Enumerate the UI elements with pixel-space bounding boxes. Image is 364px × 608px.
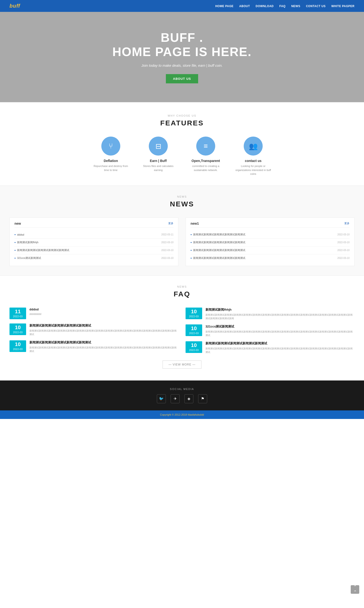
nav-link-contact-us[interactable]: CONTACT US [306, 4, 325, 8]
hero-cta-button[interactable]: ABOUT US [166, 74, 198, 83]
faq-date-box-0-2: 10 2022-03 [10, 340, 26, 352]
faq-card-desc-1-1: 新闻测试新闻测试新闻测试新闻测试新闻测试新闻测试新闻测试新闻测试新闻测试新闻测试… [206, 330, 354, 337]
nav-link-white-paper[interactable]: WHITE PAGPER [331, 4, 354, 8]
news-dot-0-0: • [14, 233, 16, 237]
nav-link-home-page[interactable]: HOME PAGE [215, 4, 234, 8]
faq-card-0-2[interactable]: 10 2022-03 新闻测试新闻测试新闻测试新闻测试新闻测试 新闻测试新闻测试… [10, 340, 178, 353]
news-item-1-1[interactable]: • 新闻测试新闻测试新闻测试新闻测试新闻测试 2022-03-10 [191, 239, 350, 246]
faq-card-0-0[interactable]: 11 2022-03 dddsd ddddddddd [10, 308, 178, 319]
hero-line1: BUFF . [161, 31, 203, 44]
news-item-1-3[interactable]: • 新闻测试新闻测试新闻测试新闻测试新闻测试 2022-03-10 [191, 254, 350, 262]
discord-icon[interactable]: ◈ [184, 394, 193, 403]
view-more-row: — VIEW MORE — [10, 361, 354, 369]
faq-card-1-1[interactable]: 10 2022-03 321ccs测试新闻测试 新闻测试新闻测试新闻测试新闻测试… [186, 324, 354, 337]
social-footer: SOCIAL MEDIA 🐦 ✈ ◈ ⚑ [0, 380, 364, 410]
hero-line2: HOME PAGE IS HERE. [113, 45, 252, 59]
twitter-icon[interactable]: 🐦 [157, 394, 166, 403]
feature-name-2: Open,Transparent [192, 159, 220, 163]
faq-content-1-0: 新闻测试新闻fhhjh 新闻测试新闻测试新闻测试新闻测试新闻测试新闻测试新闻测试… [206, 308, 354, 320]
faq-card-1-2[interactable]: 10 2022-03 新闻测试新闻测试新闻测试新闻测试新闻测试 新闻测试新闻测试… [186, 341, 354, 354]
nav-link-download[interactable]: DOWNLOAD [256, 4, 273, 8]
news-item-0-2[interactable]: • 新闻测试新闻测试新闻测试新闻测试新闻测试 2022-03-10 [14, 246, 173, 254]
faq-month-0-1: 2022-03 [12, 331, 24, 334]
faq-month-1-2: 2022-03 [188, 349, 200, 351]
faq-grid: 11 2022-03 dddsd ddddddddd 10 2022-03 新闻… [10, 308, 354, 354]
faq-month-1-0: 2022-03 [188, 315, 200, 318]
faq-content-0-0: dddsd ddddddddd [29, 308, 178, 316]
feature-desc-2: committed to creating a sustainable netw… [187, 164, 225, 172]
news-item-text-0-0: dddsd [17, 233, 24, 236]
faq-day-0-0: 11 [12, 309, 24, 314]
news-item-text-0-1: 新闻测试新闻fhhjh [17, 241, 39, 244]
feature-icon-1: ⊟ [149, 136, 168, 156]
news-dot-0-2: • [14, 248, 16, 252]
nav-logo[interactable]: buff [10, 3, 20, 9]
faq-card-1-0[interactable]: 10 2022-03 新闻测试新闻fhhjh 新闻测试新闻测试新闻测试新闻测试新… [186, 308, 354, 320]
hero-subtitle: Join today to make deals, store file, ea… [142, 63, 222, 68]
news-item-1-0[interactable]: • 新闻测试新闻测试新闻测试新闻测试新闻测试 2022-03-10 [191, 231, 350, 239]
features-grid: ⑂ Deflation Repurchase and destroy from … [10, 136, 354, 176]
hero-section: BUFF . HOME PAGE IS HERE. Join today to … [0, 12, 364, 102]
faq-day-0-2: 10 [12, 342, 24, 347]
faq-col-0: 11 2022-03 dddsd ddddddddd 10 2022-03 新闻… [10, 308, 178, 354]
news-item-0-3[interactable]: • 321ccs测试新闻测试 2022-03-10 [14, 254, 173, 262]
view-more-button[interactable]: — VIEW MORE — [163, 361, 201, 369]
news-dot-1-2: • [191, 248, 192, 252]
news-item-text-1-3: 新闻测试新闻测试新闻测试新闻测试新闻测试 [193, 256, 245, 260]
faq-month-0-0: 2022-03 [12, 315, 24, 318]
features-title: FEATURES [10, 119, 354, 127]
faq-content-0-1: 新闻测试新闻测试新闻测试新闻测试新闻测试 新闻测试新闻测试新闻测试新闻测试新闻测… [29, 324, 178, 336]
faq-card-desc-0-2: 新闻测试新闻测试新闻测试新闻测试新闻测试新闻测试新闻测试新闻测试新闻测试新闻测试… [29, 346, 178, 353]
nav-link-about[interactable]: ABOUT [239, 4, 250, 8]
news-col-0: new 更多 • dddsd 2022-03-11 • 新闻测试新闻fhhjh … [10, 217, 178, 266]
nav-link-faq[interactable]: FAQ [279, 4, 286, 8]
faq-card-desc-0-0: ddddddddd [29, 312, 178, 316]
faq-sub: NEWS [10, 285, 354, 288]
faq-date-box-1-1: 10 2022-03 [186, 324, 202, 336]
faq-month-1-1: 2022-03 [188, 332, 200, 335]
news-dot-1-3: • [191, 256, 192, 260]
feature-desc-0: Repurchase and destroy from time to time [92, 164, 130, 172]
hero-heading: BUFF . HOME PAGE IS HERE. [113, 31, 252, 59]
faq-date-box-1-2: 10 2022-03 [186, 341, 202, 353]
news-item-1-2[interactable]: • 新闻测试新闻测试新闻测试新闻测试新闻测试 2022-03-10 [191, 246, 350, 254]
faq-date-box-1-0: 10 2022-03 [186, 308, 202, 319]
faq-card-title-1-1: 321ccs测试新闻测试 [206, 324, 354, 329]
news-item-date-0-1: 2022-03-10 [161, 241, 173, 244]
faq-col-1: 10 2022-03 新闻测试新闻fhhjh 新闻测试新闻测试新闻测试新闻测试新… [186, 308, 354, 354]
nav-links: HOME PAGEABOUTDOWNLOADFAQNEWSCONTACT USW… [215, 4, 354, 8]
faq-content-1-1: 321ccs测试新闻测试 新闻测试新闻测试新闻测试新闻测试新闻测试新闻测试新闻测… [206, 324, 354, 337]
feature-name-1: Earn | Buff [150, 159, 167, 163]
news-dot-0-3: • [14, 256, 16, 260]
feature-icon-0: ⑂ [101, 136, 120, 156]
faq-card-title-0-1: 新闻测试新闻测试新闻测试新闻测试新闻测试 [29, 324, 178, 328]
nav-link-news[interactable]: NEWS [291, 4, 300, 8]
faq-content-1-2: 新闻测试新闻测试新闻测试新闻测试新闻测试 新闻测试新闻测试新闻测试新闻测试新闻测… [206, 341, 354, 354]
news-item-text-1-1: 新闻测试新闻测试新闻测试新闻测试新闻测试 [193, 241, 245, 244]
news-item-date-0-3: 2022-03-10 [161, 257, 173, 259]
github-icon[interactable]: ⚑ [198, 394, 207, 403]
faq-card-0-1[interactable]: 10 2022-03 新闻测试新闻测试新闻测试新闻测试新闻测试 新闻测试新闻测试… [10, 324, 178, 336]
news-item-date-1-3: 2022-03-10 [338, 257, 350, 259]
feature-desc-1: Stores files and calculates earning [139, 164, 177, 172]
news-dot-1-0: • [191, 233, 192, 237]
news-item-0-1[interactable]: • 新闻测试新闻fhhjh 2022-03-10 [14, 239, 173, 246]
faq-section: NEWS FAQ 11 2022-03 dddsd ddddddddd 10 2… [0, 275, 364, 380]
news-item-text-1-0: 新闻测试新闻测试新闻测试新闻测试新闻测试 [193, 233, 245, 236]
news-item-0-0[interactable]: • dddsd 2022-03-11 [14, 231, 173, 239]
news-more-1[interactable]: 更多 [344, 222, 350, 225]
news-col-title-0: new [14, 222, 21, 225]
news-item-date-1-1: 2022-03-10 [338, 241, 350, 244]
news-item-date-1-2: 2022-03-10 [338, 249, 350, 252]
news-dot-1-1: • [191, 241, 192, 244]
telegram-icon[interactable]: ✈ [171, 394, 180, 403]
features-sub: WHY CHOOSE US [10, 114, 354, 117]
news-item-date-1-0: 2022-03-10 [338, 233, 350, 236]
navbar: buff HOME PAGEABOUTDOWNLOADFAQNEWSCONTAC… [0, 0, 364, 12]
faq-card-title-0-2: 新闻测试新闻测试新闻测试新闻测试新闻测试 [29, 340, 178, 345]
news-more-0[interactable]: 更多 [168, 222, 173, 225]
feature-item-0: ⑂ Deflation Repurchase and destroy from … [92, 136, 130, 176]
news-section: NEWS NEWS new 更多 • dddsd 2022-03-11 • 新闻… [0, 186, 364, 275]
faq-month-0-2: 2022-03 [12, 348, 24, 351]
faq-day-0-1: 10 [12, 325, 24, 330]
